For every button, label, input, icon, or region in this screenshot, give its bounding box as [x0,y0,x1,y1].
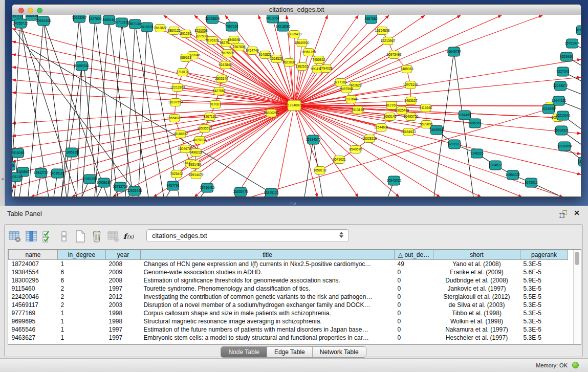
network-node[interactable]: 9498222 [189,149,203,157]
network-node[interactable]: 9115460 [420,104,432,112]
network-node[interactable]: 10945022 [387,176,402,185]
splitter-grip[interactable] [290,202,296,205]
network-node[interactable]: 16210643 [556,111,571,120]
network-node[interactable]: 11544691 [374,124,389,132]
network-node[interactable]: 2687682 [364,15,378,24]
network-node[interactable]: 20691406 [36,16,51,26]
network-node[interactable]: 10719195 [115,18,129,27]
network-node[interactable]: 12942737 [34,168,49,178]
table-cell-year[interactable]: 1998 [106,317,141,325]
network-node[interactable]: 1894512 [489,161,502,170]
table-cell-title[interactable]: Estimation of the future numbers of pati… [141,325,395,334]
table-scrollbar-thumb[interactable] [575,252,579,265]
network-edge[interactable] [304,140,313,196]
network-node[interactable]: 2718120 [176,69,189,76]
table-cell-out_degree[interactable]: 0 [395,325,433,334]
network-node[interactable]: 16053809 [205,15,220,24]
network-edge[interactable] [82,19,95,196]
network-node[interactable]: 8466160 [102,15,116,25]
table-cell-short[interactable]: Nakamura et al. (1997) [433,325,520,334]
delete-icon[interactable] [89,229,105,244]
table-cell-name[interactable]: 14569117 [9,301,58,309]
network-edge[interactable] [434,52,454,196]
network-edge[interactable] [79,18,97,196]
tab-edge-table[interactable]: Edge Table [267,347,312,357]
network-node[interactable]: 9095145 [383,113,397,121]
table-cell-in_degree[interactable]: 2 [58,293,106,301]
column-header-short[interactable]: short [433,250,520,260]
table-cell-in_degree[interactable]: 2 [58,301,106,309]
network-node[interactable]: 7615526 [140,23,154,32]
network-node[interactable]: 10958187 [97,178,112,187]
function-builder-icon[interactable]: f(x) [121,229,138,244]
unselect-all-checks-icon[interactable] [56,229,72,244]
network-node[interactable]: 8215955 [542,104,555,114]
network-edge[interactable] [15,31,135,191]
table-cell-title[interactable]: Corpus callosum shape and size in male p… [141,309,395,317]
column-header-out_degree[interactable]: △ out_de… [395,250,433,260]
network-node[interactable]: 16495756 [404,113,419,121]
network-node[interactable]: 9549021 [333,156,346,164]
table-cell-pagerank[interactable]: 5.3E-5 [520,301,568,309]
network-node[interactable]: 7663822 [154,25,167,32]
column-header-title[interactable]: title [141,250,395,260]
network-node[interactable]: 1658133 [313,167,326,174]
network-node[interactable]: 812160 [386,102,397,110]
table-cell-title[interactable]: Embryonic stem cells: a model to study s… [141,334,395,342]
network-node[interactable]: 24055712 [13,19,28,28]
network-node[interactable]: 1362615 [295,63,309,71]
network-node[interactable]: 2803144 [215,75,228,83]
show-column-icon[interactable] [23,229,39,244]
network-node[interactable]: 8549575 [349,146,362,154]
table-cell-name[interactable]: 22420046 [9,293,58,301]
network-node[interactable]: 13325419 [287,31,302,38]
network-node[interactable]: 9245012 [525,178,538,187]
network-node[interactable]: 18640910 [295,39,310,47]
table-cell-year[interactable]: 2012 [106,293,141,301]
network-node[interactable]: 16914479 [189,171,204,179]
tab-node-table[interactable]: Node Table [221,347,267,357]
network-node[interactable]: 16961758 [301,49,316,56]
network-node[interactable]: 12975115 [403,81,418,89]
table-row[interactable]: 977716911998Corpus callosum shape and si… [9,309,568,317]
table-cell-year[interactable]: 2008 [106,260,141,269]
network-node[interactable]: 10954022 [506,170,520,180]
table-cell-out_degree[interactable]: 0 [395,293,433,301]
network-edge[interactable] [12,105,294,174]
panel-collapse-handle[interactable]: ◂ [1,176,4,182]
table-cell-pagerank[interactable]: 5.9E-5 [520,276,568,285]
network-edge[interactable] [12,67,294,105]
network-edge[interactable] [12,105,294,149]
network-node[interactable]: 1895128 [65,148,78,157]
network-node[interactable]: 2367808 [232,43,246,51]
table-cell-out_degree[interactable]: 0 [395,334,433,342]
table-row[interactable]: 2242004622012Investigating the contribut… [9,293,568,301]
table-cell-name[interactable]: 9777169 [9,309,58,317]
network-node[interactable]: 10653287 [72,15,87,23]
network-node[interactable]: 7957224 [225,22,238,31]
table-cell-name[interactable]: 9699695 [9,317,58,325]
network-node[interactable]: 1640954 [430,125,443,135]
network-edge[interactable] [68,152,72,196]
network-edge[interactable] [294,15,502,105]
network-edge[interactable] [110,23,122,196]
table-cell-title[interactable]: Investigating the contribution of common… [141,293,395,301]
network-node[interactable]: 9227343 [556,67,570,76]
network-node[interactable]: 12444151 [552,96,567,105]
network-node[interactable]: 989613 [180,54,191,62]
network-node[interactable]: 10973493 [387,51,402,59]
network-node[interactable]: 7955812 [312,56,325,64]
table-scrollbar[interactable] [573,250,581,344]
network-node[interactable]: 2516065 [12,148,25,158]
table-cell-in_degree[interactable]: 1 [58,334,106,342]
network-edge[interactable] [138,27,147,196]
network-node[interactable]: 17957253 [82,174,97,184]
network-node[interactable]: 15654923 [401,128,416,136]
network-node[interactable]: 15751074 [565,39,580,48]
network-node[interactable]: 13535593 [198,125,212,133]
network-node[interactable]: 9457791 [166,181,180,190]
table-cell-out_degree[interactable]: 0 [395,285,433,293]
table-cell-year[interactable]: 1997 [106,334,141,342]
network-node[interactable]: 1568520 [270,55,283,63]
table-row[interactable]: 1456911722003Disruption of a novel membe… [9,301,568,309]
